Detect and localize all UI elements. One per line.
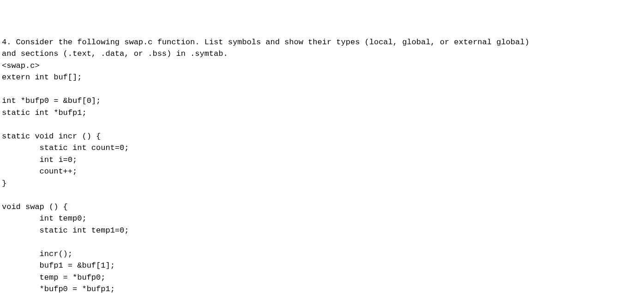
code-line: static int *bufp1; — [2, 108, 87, 117]
code-line: temp = *bufp0; — [2, 273, 105, 282]
code-line: bufp1 = &buf[1]; — [2, 261, 115, 270]
code-line: *bufp0 = *bufp1; — [2, 285, 115, 293]
code-line: } — [2, 179, 6, 188]
code-line: static void incr () { — [2, 132, 101, 141]
question-number: 4. — [2, 38, 11, 47]
code-line: static int temp1=0; — [2, 226, 129, 235]
code-line: int *bufp0 = &buf[0]; — [2, 96, 101, 105]
code-line: extern int buf[]; — [2, 73, 82, 82]
code-filename: <swap.c> — [2, 61, 40, 70]
question-prompt-line2: and sections (.text, .data, or .bss) in … — [2, 49, 228, 58]
code-line: static int count=0; — [2, 144, 129, 152]
code-line: void swap () { — [2, 203, 68, 211]
code-line: int i=0; — [2, 155, 77, 164]
code-line: incr(); — [2, 250, 72, 258]
code-line: count++; — [2, 167, 77, 176]
document-content: 4. Consider the following swap.c functio… — [0, 36, 644, 293]
code-line: int temp0; — [2, 214, 87, 223]
question-prompt-line1: Consider the following swap.c function. … — [16, 38, 530, 47]
